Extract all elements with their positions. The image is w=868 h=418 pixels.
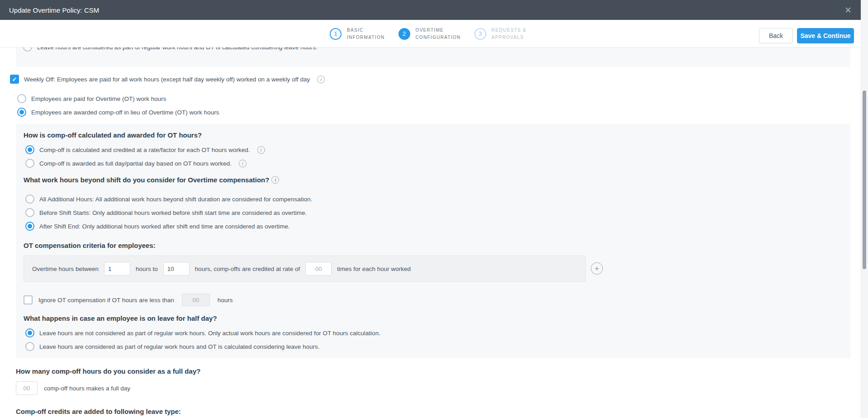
radio-selected[interactable] — [25, 328, 34, 337]
ignore-ot-checkbox[interactable] — [24, 295, 33, 304]
scrollbar-track[interactable] — [861, 0, 868, 418]
comp-off-fullday-option: Comp-off is awarded as full day/partial … — [25, 159, 843, 168]
ot-mode-option-compoff: Employees are awarded comp-off in lieu o… — [17, 108, 861, 117]
comp-off-fullday-label: Comp-off is awarded as full day/partial … — [39, 160, 232, 167]
modal-title: Update Overtime Policy: CSM — [9, 6, 99, 14]
scrollbar-thumb[interactable] — [863, 90, 866, 269]
comp-off-calc-options: Comp-off is calculated and credited at a… — [25, 145, 843, 168]
radio-unselected[interactable] — [25, 208, 34, 217]
weekly-off-label: Weekly Off: Employees are paid for all w… — [24, 76, 310, 83]
weekly-off-checkbox[interactable] — [10, 75, 19, 84]
full-day-row: comp-off hours makes a full day — [16, 381, 861, 395]
comp-off-calc-question: How is comp-off calculated and awarded f… — [24, 131, 843, 139]
step-2-label: OVERTIME CONFIGURATION — [416, 27, 461, 41]
half-day-leave-options: Leave hours are not considered as part o… — [25, 328, 843, 351]
ot-mode-paid-label: Employees are paid for Overtime (OT) wor… — [31, 95, 166, 102]
info-icon[interactable]: i — [239, 160, 247, 167]
radio-unselected[interactable] — [17, 94, 26, 103]
info-icon[interactable]: i — [317, 76, 325, 83]
leave-considered-option: Leave hours are considered as part of re… — [25, 342, 843, 351]
before-shift-starts-label: Before Shift Starts: Only additional hou… — [39, 209, 307, 216]
radio-unselected[interactable] — [25, 159, 34, 168]
clipped-option-label: Leave hours are considered as part of re… — [37, 48, 318, 51]
before-shift-starts-option: Before Shift Starts: Only additional hou… — [25, 208, 843, 217]
comp-off-rate-option: Comp-off is calculated and credited at a… — [25, 145, 843, 154]
step-3-circle: 3 — [474, 28, 486, 40]
radio-unselected[interactable] — [25, 342, 34, 351]
modal-titlebar: Update Overtime Policy: CSM — [0, 0, 861, 20]
radio-selected[interactable] — [25, 145, 34, 154]
leave-type-heading: Comp-off credits are added to following … — [16, 408, 861, 415]
update-overtime-policy-modal: Update Overtime Policy: CSM ✕ 1 BASIC IN… — [0, 0, 868, 418]
comp-off-config-panel: How is comp-off calculated and awarded f… — [16, 124, 850, 358]
step-requests-approvals[interactable]: 3 REQUESTS & APPROVALS — [474, 27, 526, 41]
clipped-option-panel: Leave hours are considered as part of re… — [16, 48, 850, 67]
leave-not-considered-label: Leave hours are not considered as part o… — [39, 330, 380, 337]
ot-hours-from-input[interactable] — [104, 262, 130, 276]
form-content: Leave hours are considered as part of re… — [0, 48, 861, 418]
ignore-ot-row: Ignore OT compensation if OT hours are l… — [24, 294, 843, 306]
info-icon[interactable]: i — [271, 176, 279, 184]
beyond-shift-question: What work hours beyond shift do you cons… — [24, 176, 843, 184]
all-additional-hours-option: All Additional Hours: All additional wor… — [25, 195, 843, 204]
step-3-label: REQUESTS & APPROVALS — [492, 27, 526, 41]
weekly-off-row: Weekly Off: Employees are paid for all w… — [10, 75, 861, 84]
criteria-text-before: Overtime hours between — [32, 266, 99, 272]
save-continue-button[interactable]: Save & Continue — [797, 28, 854, 43]
half-day-leave-question: What happens in case an employee is on l… — [24, 314, 843, 322]
beyond-shift-options: All Additional Hours: All additional wor… — [25, 195, 843, 231]
full-day-hours-input[interactable] — [16, 381, 38, 395]
leave-considered-label: Leave hours are considered as part of re… — [39, 343, 320, 350]
comp-off-rate-label: Comp-off is calculated and credited at a… — [39, 147, 250, 153]
criteria-text-mid2: hours, comp-offs are credited at rate of — [195, 266, 300, 272]
ot-mode-group: Employees are paid for Overtime (OT) wor… — [17, 94, 861, 117]
ot-mode-compoff-label: Employees are awarded comp-off in lieu o… — [31, 109, 219, 116]
after-shift-end-label: After Shift End: Only additional hours w… — [39, 223, 290, 230]
radio-unselected[interactable] — [23, 48, 32, 52]
radio-unselected[interactable] — [25, 195, 34, 204]
wizard-header: 1 BASIC INFORMATION 2 OVERTIME CONFIGURA… — [0, 20, 861, 48]
criteria-row: Overtime hours between hours to hours, c… — [24, 256, 586, 282]
all-additional-hours-label: All Additional Hours: All additional wor… — [39, 196, 312, 203]
criteria-text-mid1: hours to — [136, 266, 158, 272]
step-overtime-configuration[interactable]: 2 OVERTIME CONFIGURATION — [398, 27, 461, 41]
back-button[interactable]: Back — [759, 28, 793, 43]
criteria-row-wrap: Overtime hours between hours to hours, c… — [24, 256, 843, 282]
clipped-option-row: Leave hours are considered as part of re… — [23, 48, 843, 52]
full-day-suffix: comp-off hours makes a full day — [44, 385, 130, 392]
step-2-circle: 2 — [398, 28, 410, 40]
ignore-ot-suffix: hours — [218, 297, 233, 304]
step-basic-information[interactable]: 1 BASIC INFORMATION — [330, 27, 385, 41]
full-day-question: How many comp-off hours do you consider … — [16, 367, 861, 375]
step-1-circle: 1 — [330, 28, 342, 40]
after-shift-end-option: After Shift End: Only additional hours w… — [25, 222, 843, 231]
leave-not-considered-option: Leave hours are not considered as part o… — [25, 328, 843, 337]
ot-mode-option-paid: Employees are paid for Overtime (OT) wor… — [17, 94, 861, 103]
step-1-label: BASIC INFORMATION — [347, 27, 385, 41]
credit-rate-input[interactable] — [305, 262, 332, 276]
wizard-stepper: 1 BASIC INFORMATION 2 OVERTIME CONFIGURA… — [330, 20, 526, 48]
ignore-ot-label: Ignore OT compensation if OT hours are l… — [38, 297, 174, 304]
radio-selected[interactable] — [17, 108, 26, 117]
ignore-ot-hours-input — [182, 294, 210, 306]
criteria-text-after: times for each hour worked — [337, 266, 411, 272]
add-criteria-icon[interactable]: + — [591, 262, 603, 275]
criteria-heading: OT compensation criteria for employees: — [24, 242, 843, 249]
ot-hours-to-input[interactable] — [163, 262, 190, 276]
info-icon[interactable]: i — [257, 146, 265, 154]
radio-selected[interactable] — [25, 222, 34, 231]
close-icon[interactable]: ✕ — [841, 0, 855, 20]
